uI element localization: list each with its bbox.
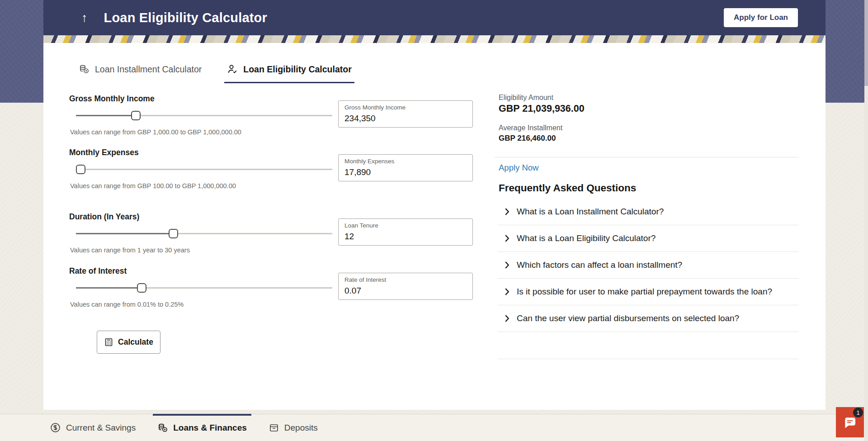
slider-handle[interactable]	[137, 283, 146, 293]
monthly-expenses-slider[interactable]	[76, 164, 332, 175]
input-label: Monthly Expenses	[344, 158, 394, 165]
chat-bubble-icon	[843, 415, 857, 430]
faq-list: What is a Loan Installment Calculator? W…	[498, 199, 799, 359]
calculate-button[interactable]: Calculate	[97, 331, 160, 354]
chevron-right-icon	[505, 314, 509, 323]
apply-for-loan-button[interactable]: Apply for Loan	[724, 8, 798, 27]
chevron-right-icon	[505, 234, 509, 243]
deposits-box-icon	[269, 422, 279, 433]
faq-item-partial-prepayment[interactable]: Is it possible for user to make partial …	[498, 279, 799, 305]
page-title: Loan Eligibility Calculator	[104, 10, 268, 25]
bottom-navigation: Current & Savings Loans & Finances Depos…	[0, 414, 868, 441]
nav-item-loans-and-finances[interactable]: Loans & Finances	[157, 414, 247, 441]
input-label: Loan Tenure	[344, 222, 378, 229]
input-label: Gross Monthly Income	[344, 104, 406, 111]
calculator-card: Loan Installment Calculator Loan Eligibi…	[43, 43, 826, 410]
nav-item-deposits[interactable]: Deposits	[269, 414, 318, 441]
eligibility-amount-label: Eligibility Amount	[499, 94, 553, 102]
range-hint: Values can range from 0.01% to 0.25%	[70, 301, 184, 308]
chevron-right-icon	[505, 207, 509, 216]
input-value: 234,350	[344, 114, 376, 123]
calculator-icon	[104, 337, 113, 347]
nav-item-label: Current & Savings	[66, 423, 136, 433]
duration-slider[interactable]	[76, 228, 332, 239]
page-scrollbar[interactable]	[864, 0, 868, 441]
calculator-form: Gross Monthly Income Values can range fr…	[69, 43, 499, 410]
apply-now-link[interactable]: Apply Now	[499, 163, 538, 173]
average-installment-label: Average Installment	[499, 124, 562, 132]
loan-tenure-input[interactable]: Loan Tenure 12	[338, 218, 473, 246]
slider-fill	[76, 115, 136, 116]
input-value: 17,890	[344, 167, 371, 177]
slider-handle[interactable]	[169, 229, 178, 238]
range-hint: Values can range from 1 year to 30 years	[70, 247, 190, 254]
results-panel: Eligibility Amount GBP 21,039,936.00 Ave…	[499, 43, 799, 410]
slider-fill	[76, 287, 142, 289]
field-rate-of-interest: Rate of Interest Values can range from 0…	[69, 266, 499, 325]
loans-coins-icon	[157, 422, 168, 433]
range-hint: Values can range from GBP 1,000.00 to GB…	[70, 128, 241, 136]
results-divider	[495, 157, 799, 157]
app-header: ↑ Loan Eligibility Calculator Apply for …	[43, 0, 826, 35]
faq-title: Frequently Asked Questions	[499, 182, 636, 194]
monthly-expenses-input[interactable]: Monthly Expenses 17,890	[338, 154, 473, 181]
field-duration-in-years: Duration (In Years) Values can range fro…	[69, 212, 499, 271]
field-gross-monthly-income: Gross Monthly Income Values can range fr…	[69, 94, 499, 153]
nav-item-label: Deposits	[284, 423, 318, 433]
faq-item-factors-affect-installment[interactable]: Which factors can affect a loan installm…	[498, 252, 799, 279]
faq-empty-row	[498, 332, 799, 359]
input-label: Rate of Interest	[344, 276, 386, 283]
decorative-pattern-strip	[43, 35, 826, 43]
faq-question: What is a Loan Eligibility Calculator?	[517, 233, 656, 243]
eligibility-amount-value: GBP 21,039,936.00	[499, 103, 585, 114]
slider-track[interactable]	[76, 169, 332, 170]
faq-item-what-is-eligibility-calculator[interactable]: What is a Loan Eligibility Calculator?	[498, 225, 799, 252]
back-arrow-icon[interactable]: ↑	[81, 12, 88, 24]
faq-question: Is it possible for user to make partial …	[517, 287, 772, 297]
chat-button[interactable]: 1	[836, 407, 864, 437]
chevron-right-icon	[505, 261, 509, 270]
slider-handle[interactable]	[76, 165, 85, 174]
faq-item-partial-disbursements[interactable]: Can the user view partial disbursements …	[498, 305, 799, 332]
average-installment-value: GBP 216,460.00	[499, 134, 556, 143]
slider-handle[interactable]	[131, 111, 141, 120]
dollar-circle-icon	[50, 422, 61, 433]
nav-item-current-and-savings[interactable]: Current & Savings	[50, 414, 136, 441]
chevron-right-icon	[505, 287, 509, 296]
rate-of-interest-slider[interactable]	[76, 283, 332, 294]
field-monthly-expenses: Monthly Expenses Values can range from G…	[69, 148, 499, 207]
slider-fill	[76, 233, 173, 234]
gross-monthly-income-slider[interactable]	[76, 110, 332, 121]
input-value: 12	[344, 232, 354, 242]
faq-question: What is a Loan Installment Calculator?	[517, 207, 664, 217]
chat-unread-badge: 1	[853, 408, 863, 417]
faq-item-what-is-installment-calculator[interactable]: What is a Loan Installment Calculator?	[498, 199, 799, 225]
nav-item-label: Loans & Finances	[173, 423, 247, 433]
gross-monthly-income-input[interactable]: Gross Monthly Income 234,350	[338, 100, 473, 128]
rate-of-interest-input[interactable]: Rate of Interest 0.07	[338, 273, 473, 300]
calculate-button-label: Calculate	[118, 337, 153, 347]
scrollbar-thumb[interactable]	[864, 0, 868, 86]
faq-question: Which factors can affect a loan installm…	[517, 260, 682, 270]
faq-question: Can the user view partial disbursements …	[517, 313, 739, 323]
input-value: 0.07	[344, 286, 361, 296]
range-hint: Values can range from GBP 100.00 to GBP …	[70, 182, 236, 190]
